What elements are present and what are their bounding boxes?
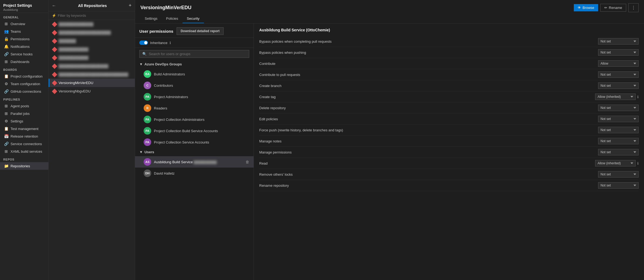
repo-item[interactable]: █████████████████████ bbox=[49, 28, 135, 37]
group-item[interactable]: C Contributors bbox=[135, 80, 254, 91]
group-item[interactable]: R Readers bbox=[135, 102, 254, 114]
user-item[interactable]: DH David Halletz 🗑 bbox=[135, 168, 254, 179]
browse-button[interactable]: 👁 Browse bbox=[574, 4, 598, 11]
sidebar-item-label: Teams bbox=[11, 29, 21, 34]
sidebar-item-service-hooks[interactable]: 🔗Service hooks bbox=[0, 50, 48, 58]
sidebar-item-xaml-build-services[interactable]: ⊞XAML build services bbox=[0, 148, 48, 155]
perm-select-create-branch[interactable]: Not setAllowDenyAllow (inherited)Deny (i… bbox=[598, 82, 639, 89]
perm-select-edit-policies[interactable]: Not setAllowDenyAllow (inherited)Deny (i… bbox=[598, 116, 639, 122]
repo-item[interactable]: VersioningMinVerEDU bbox=[49, 79, 135, 87]
repo-item[interactable]: VersioningNbgvEDU bbox=[49, 87, 135, 95]
repo-item[interactable]: ███████ bbox=[49, 37, 135, 45]
repo-diamond-icon bbox=[52, 30, 57, 35]
groups-list: ▼Azure DevOps Groups BA Build Administra… bbox=[135, 60, 254, 280]
group-item[interactable]: PA Project Collection Administrators bbox=[135, 114, 254, 125]
sidebar-subtitle: Ausbildung bbox=[3, 8, 18, 11]
sidebar-item-test-management[interactable]: 📋Test management bbox=[0, 125, 48, 132]
add-repo-button[interactable]: + bbox=[129, 3, 132, 8]
users-section-header[interactable]: ▼Users bbox=[135, 148, 254, 156]
group-item[interactable]: PA Project Administrators bbox=[135, 91, 254, 102]
sidebar-item-label: Service connections bbox=[11, 142, 42, 146]
tab-security[interactable]: Security bbox=[183, 14, 204, 23]
xaml-build-services-icon: ⊞ bbox=[4, 149, 8, 154]
perm-select-contribute[interactable]: Not setAllowDenyAllow (inherited)Deny (i… bbox=[598, 60, 639, 67]
repo-name: ██████████████ bbox=[59, 22, 93, 26]
back-button[interactable]: ← bbox=[52, 3, 56, 8]
sidebar-item-label: Notifications bbox=[11, 45, 30, 49]
parallel-jobs-icon: ⊞ bbox=[4, 111, 8, 116]
repo-diamond-icon bbox=[52, 47, 57, 52]
more-button[interactable]: ⋮ bbox=[628, 3, 639, 12]
perm-select-contribute-pr[interactable]: Not setAllowDenyAllow (inherited)Deny (i… bbox=[598, 71, 639, 78]
repo-item[interactable]: ████████████ bbox=[49, 45, 135, 54]
perm-label: Read bbox=[259, 161, 595, 165]
group-item[interactable]: PA Project Collection Service Accounts bbox=[135, 136, 254, 148]
perm-select-bypass-pr[interactable]: Not setAllowDenyAllow (inherited)Deny (i… bbox=[598, 38, 639, 45]
sidebar-item-overview[interactable]: ⊞Overview bbox=[0, 20, 48, 28]
perm-select-force-push[interactable]: Not setAllowDenyAllow (inherited)Deny (i… bbox=[598, 127, 639, 133]
perm-row: Create tag Not setAllowDenyAllow (inheri… bbox=[259, 91, 639, 102]
perm-controls: Not setAllowDenyAllow (inherited)Deny (i… bbox=[595, 160, 639, 166]
sidebar-item-service-connections[interactable]: 🔗Service connections bbox=[0, 140, 48, 148]
perm-controls: Not setAllowDenyAllow (inherited)Deny (i… bbox=[598, 149, 639, 155]
avatar: PA bbox=[144, 93, 151, 101]
perm-controls: Not setAllowDenyAllow (inherited)Deny (i… bbox=[598, 127, 639, 133]
azure-devops-groups-header[interactable]: ▼Azure DevOps Groups bbox=[135, 60, 254, 68]
sidebar-item-teams[interactable]: 👥Teams bbox=[0, 28, 48, 35]
repo-diamond-icon bbox=[52, 38, 57, 44]
user-search-input[interactable] bbox=[149, 52, 246, 56]
tab-settings[interactable]: Settings bbox=[140, 14, 162, 23]
sidebar-item-github-connections[interactable]: 🔗GitHub connections bbox=[0, 88, 48, 95]
perm-select-delete-repo[interactable]: Not setAllowDenyAllow (inherited)Deny (i… bbox=[598, 105, 639, 111]
perm-select-manage-perms[interactable]: Not setAllowDenyAllow (inherited)Deny (i… bbox=[598, 149, 639, 155]
sidebar-item-dashboards[interactable]: ⊞Dashboards bbox=[0, 58, 48, 65]
group-item[interactable]: PA Project Collection Build Service Acco… bbox=[135, 125, 254, 136]
sidebar-item-team-configuration[interactable]: ⚙Team configuration bbox=[0, 80, 48, 88]
tab-bar: SettingsPoliciesSecurity bbox=[140, 14, 639, 23]
perm-controls: Not setAllowDenyAllow (inherited)Deny (i… bbox=[598, 105, 639, 111]
repo-item[interactable]: ██████████████ bbox=[49, 20, 135, 28]
sidebar-section-label: Pipelines bbox=[0, 95, 48, 102]
sidebar-item-notifications[interactable]: 🔔Notifications bbox=[0, 43, 48, 50]
perm-label: Contribute to pull requests bbox=[259, 73, 598, 77]
group-name: Project Collection Service Accounts bbox=[154, 140, 209, 144]
sidebar-item-agent-pools[interactable]: ⊞Agent pools bbox=[0, 102, 48, 110]
sidebar-item-repositories[interactable]: 📁Repositories bbox=[0, 162, 48, 170]
sidebar-item-parallel-jobs[interactable]: ⊞Parallel jobs bbox=[0, 110, 48, 117]
perm-select-rename-repo[interactable]: Not setAllowDenyAllow (inherited)Deny (i… bbox=[598, 182, 639, 189]
sidebar-item-permissions[interactable]: 🔒Permissions bbox=[0, 35, 48, 43]
repo-item[interactable]: ████████████ bbox=[49, 54, 135, 62]
perm-select-read[interactable]: Not setAllowDenyAllow (inherited)Deny (i… bbox=[595, 160, 636, 166]
tab-policies[interactable]: Policies bbox=[162, 14, 183, 23]
perm-select-remove-locks[interactable]: Not setAllowDenyAllow (inherited)Deny (i… bbox=[598, 171, 639, 178]
perm-row: Delete repository Not setAllowDenyAllow … bbox=[259, 102, 639, 114]
repo-diamond-icon bbox=[52, 72, 57, 77]
group-name: Readers bbox=[154, 106, 167, 110]
perm-select-manage-notes[interactable]: Not setAllowDenyAllow (inherited)Deny (i… bbox=[598, 138, 639, 144]
repo-filter-input[interactable] bbox=[58, 14, 132, 18]
perm-controls: Not setAllowDenyAllow (inherited)Deny (i… bbox=[598, 49, 639, 56]
perm-row: Force push (rewrite history, delete bran… bbox=[259, 125, 639, 136]
repo-diamond-icon bbox=[52, 55, 57, 61]
repo-list: ██████████████ █████████████████████ ███… bbox=[49, 20, 135, 280]
repo-item[interactable]: ████████████████████ bbox=[49, 62, 135, 70]
perm-label: Manage notes bbox=[259, 139, 598, 143]
sidebar-item-settings[interactable]: ⚙Settings bbox=[0, 117, 48, 125]
perm-select-create-tag[interactable]: Not setAllowDenyAllow (inherited)Deny (i… bbox=[595, 94, 636, 100]
perm-row: Rename repository Not setAllowDenyAllow … bbox=[259, 180, 639, 191]
info-icon[interactable]: ℹ bbox=[637, 95, 639, 99]
main-header: VersioningMinVerEDU 👁 Browse ✏ Rename ⋮ … bbox=[135, 0, 644, 24]
delete-user-icon[interactable]: 🗑 bbox=[245, 160, 249, 164]
sidebar-item-release-retention[interactable]: 📅Release retention bbox=[0, 132, 48, 140]
perm-select-bypass-push[interactable]: Not setAllowDenyAllow (inherited)Deny (i… bbox=[598, 49, 639, 56]
user-item[interactable]: AS Ausbildung Build Service ███████████ … bbox=[135, 156, 254, 168]
repo-item[interactable]: ████████████████████████████ bbox=[49, 70, 135, 79]
download-report-button[interactable]: Download detailed report bbox=[177, 27, 224, 35]
perm-row: Bypass policies when completing pull req… bbox=[259, 36, 639, 47]
inheritance-toggle[interactable] bbox=[139, 41, 148, 45]
repositories-icon: 📁 bbox=[4, 164, 8, 168]
info-icon[interactable]: ℹ bbox=[637, 161, 639, 165]
group-item[interactable]: BA Build Administrators bbox=[135, 68, 254, 80]
sidebar-item-project-configuration[interactable]: 📋Project configuration bbox=[0, 72, 48, 80]
rename-button[interactable]: ✏ Rename bbox=[600, 4, 626, 12]
